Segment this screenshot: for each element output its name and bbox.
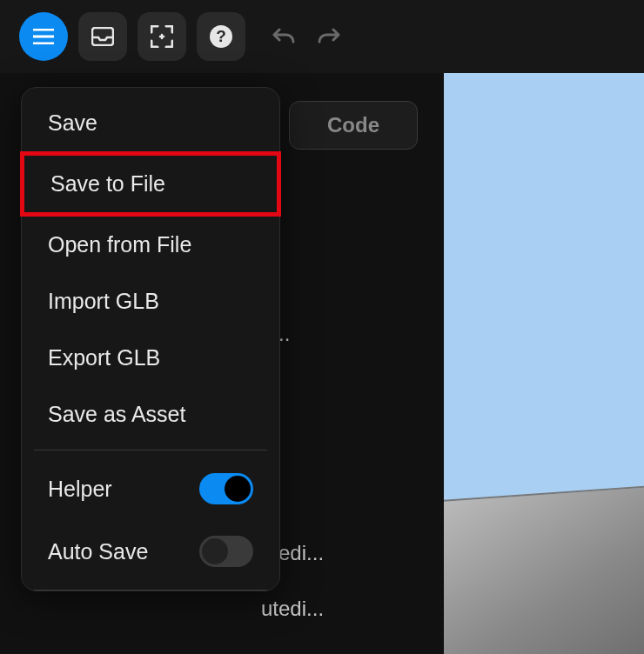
menu-item-save-to-file[interactable]: Save to File [20,151,281,217]
history-controls [272,24,341,49]
menu-item-import-glb[interactable]: Import GLB [22,273,279,330]
help-button[interactable]: ? [197,12,245,61]
undo-button[interactable] [272,24,296,49]
menu-item-auto-save[interactable]: Auto Save [22,520,279,583]
fullscreen-icon [151,25,173,48]
menu-item-label: Open from File [48,232,191,257]
menu-item-label: Save to File [50,171,165,197]
menu-item-helper[interactable]: Helper [22,457,279,520]
help-icon: ? [209,24,233,49]
svg-text:?: ? [216,27,226,45]
fullscreen-button[interactable] [138,12,186,61]
redo-button[interactable] [317,24,341,49]
menu-item-label: Save as Asset [48,402,185,427]
toggle-knob [225,476,251,502]
menu-item-label: Import GLB [48,289,159,314]
content-line: utedi... [261,597,324,621]
toolbar: ? [0,0,644,73]
viewport-ground [444,477,644,654]
toggle-helper[interactable] [199,473,253,504]
menu-item-save[interactable]: Save [22,95,279,151]
menu-item-export-glb[interactable]: Export GLB [22,330,279,386]
viewport-3d[interactable] [444,73,644,654]
inbox-button[interactable] [78,12,127,61]
undo-icon [272,27,295,46]
menu-divider [34,590,267,591]
file-menu-dropdown: Save Save to File Open from File Import … [21,87,280,591]
menu-item-label: Save [48,110,97,136]
hamburger-icon [33,29,54,44]
menu-button[interactable] [19,12,68,61]
menu-divider [34,450,267,450]
menu-item-label: Export GLB [48,345,160,370]
menu-item-label: Auto Save [48,539,148,564]
menu-item-save-as-asset[interactable]: Save as Asset [22,386,279,443]
toggle-auto-save[interactable] [199,536,253,567]
toggle-knob [202,538,228,564]
menu-item-open-from-file[interactable]: Open from File [22,217,279,273]
tab-code[interactable]: Code [289,101,418,150]
redo-icon [318,27,340,46]
menu-item-label: Helper [48,477,112,502]
inbox-icon [91,27,114,46]
